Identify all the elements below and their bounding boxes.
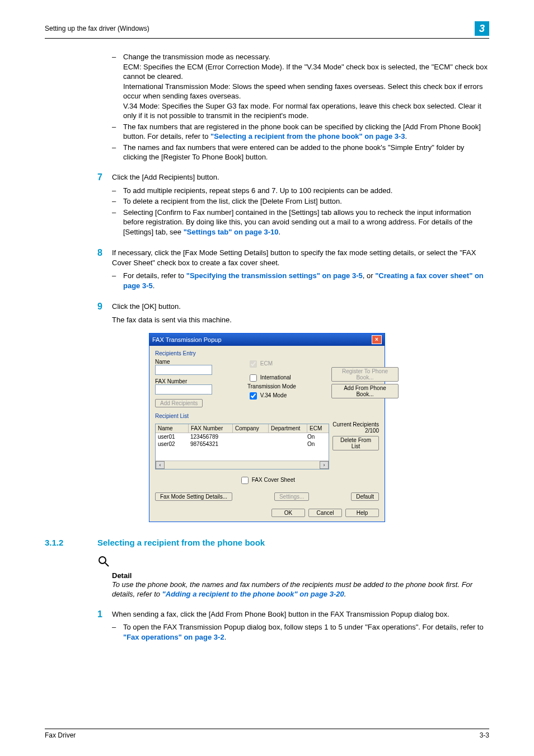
text: Selecting [Confirm to Fax number] contai… xyxy=(123,208,472,236)
add-recipients-button[interactable]: Add Recipients xyxy=(155,399,203,407)
step-number: 7 xyxy=(97,172,112,182)
add-from-phone-book-button[interactable]: Add From Phone Book... xyxy=(331,384,399,398)
help-button[interactable]: Help xyxy=(345,509,379,517)
footer-left: Fax Driver xyxy=(45,731,76,739)
detail-label: Detail xyxy=(112,571,489,580)
dialog-titlebar: FAX Transmission Popup × xyxy=(149,334,385,346)
section-title: Selecting a recipient from the phone boo… xyxy=(97,538,265,547)
text: For details, refer to xyxy=(123,271,186,280)
list-item: Change the transmission mode as necessar… xyxy=(112,52,489,121)
step-9: 9 Click the [OK] button. The fax data is… xyxy=(45,302,489,325)
list-item: To delete a recipient from the list, cli… xyxy=(112,196,489,206)
footer-right: 3-3 xyxy=(480,731,489,739)
ecm-checkbox[interactable]: ECM xyxy=(247,359,320,369)
section-heading: 3.1.2 Selecting a recipient from the pho… xyxy=(45,538,489,547)
recipient-list[interactable]: Name FAX Number Company Department ECM u… xyxy=(155,424,329,469)
table-row[interactable]: user02 987654321 On xyxy=(156,440,329,448)
step-number: 9 xyxy=(97,302,112,312)
fax-number-label: FAX Number xyxy=(155,378,200,384)
v34-mode-checkbox[interactable]: V.34 Mode xyxy=(247,391,320,401)
text: To add multiple recipients, repeat steps… xyxy=(123,186,392,195)
table-row[interactable]: user01 123456789 On xyxy=(156,433,329,440)
list-item: To add multiple recipients, repeat steps… xyxy=(112,186,489,196)
settings-button[interactable]: Settings... xyxy=(274,492,309,501)
group-recipients-entry: Recipients Entry xyxy=(155,350,379,356)
current-recipients-label: Current Recipients 2/100 xyxy=(332,421,379,434)
name-label: Name xyxy=(155,359,200,365)
step-number: 1 xyxy=(97,609,112,619)
scrollbar[interactable]: ‹ › xyxy=(156,461,329,469)
step-8: 8 If necessary, click the [Fax Mode Sett… xyxy=(45,248,489,292)
header-divider xyxy=(45,38,489,39)
text: International Transmission Mode: Slows t… xyxy=(123,82,483,101)
scroll-left-icon[interactable]: ‹ xyxy=(156,461,165,469)
fax-transmission-dialog: FAX Transmission Popup × Recipients Entr… xyxy=(149,333,385,522)
group-recipient-list: Recipient List xyxy=(155,413,379,419)
link-phone-book[interactable]: "Selecting a recipient from the phone bo… xyxy=(210,132,405,140)
text: To delete a recipient from the list, cli… xyxy=(123,197,342,205)
default-button[interactable]: Default xyxy=(351,492,379,501)
cancel-button[interactable]: Cancel xyxy=(308,509,342,517)
section-number: 3.1.2 xyxy=(45,538,97,547)
list-header: Name FAX Number Company Department ECM xyxy=(156,424,329,433)
text: Change the transmission mode as necessar… xyxy=(123,53,270,61)
link-settings-tab[interactable]: "Settings tab" on page 3-10 xyxy=(184,228,279,236)
page-footer: Fax Driver 3-3 xyxy=(45,729,489,739)
text: To open the FAX Transmission Popup dialo… xyxy=(123,623,484,631)
fax-cover-sheet-checkbox[interactable]: FAX Cover Sheet xyxy=(239,477,295,483)
link-transmission-settings[interactable]: "Specifying the transmission settings" o… xyxy=(186,271,363,280)
intl-mode-checkbox[interactable]: International Transmission Mode xyxy=(247,373,320,389)
text: ECM: Specifies the ECM (Error Correction… xyxy=(123,63,488,81)
magnifier-icon xyxy=(97,555,489,569)
name-input[interactable] xyxy=(155,365,212,375)
text: . xyxy=(224,633,227,641)
detail-text: To use the phone book, the names and fax… xyxy=(112,580,489,599)
list-item: Selecting [Confirm to Fax number] contai… xyxy=(112,208,489,237)
step-after-text: The fax data is sent via this machine. xyxy=(112,315,489,325)
step-text: If necessary, click the [Fax Mode Settin… xyxy=(112,248,476,267)
intro-list: Change the transmission mode as necessar… xyxy=(112,52,489,162)
list-item: The fax numbers that are registered in t… xyxy=(112,122,489,142)
link-adding-recipient[interactable]: "Adding a recipient to the phone book" o… xyxy=(162,590,344,598)
svg-point-0 xyxy=(99,557,106,564)
step-text: When sending a fax, click the [Add From … xyxy=(112,610,449,618)
list-item: To open the FAX Transmission Popup dialo… xyxy=(112,622,489,642)
ok-button[interactable]: OK xyxy=(271,509,305,517)
step-1: 1 When sending a fax, click the [Add Fro… xyxy=(45,609,489,644)
text: V.34 Mode: Specifies the Super G3 fax mo… xyxy=(123,102,481,120)
list-item: For details, refer to "Specifying the tr… xyxy=(112,271,489,290)
step-text: Click the [OK] button. xyxy=(112,302,181,311)
text: . xyxy=(153,281,155,290)
register-phone-book-button[interactable]: Register To Phone Book... xyxy=(331,367,399,382)
link-fax-operations[interactable]: "Fax operations" on page 3-2 xyxy=(123,633,224,641)
scroll-right-icon[interactable]: › xyxy=(320,461,329,469)
step-7: 7 Click the [Add Recipients] button. To … xyxy=(45,172,489,238)
fax-number-input[interactable] xyxy=(155,384,212,395)
text: . xyxy=(405,132,407,140)
svg-line-1 xyxy=(105,563,109,566)
close-icon[interactable]: × xyxy=(372,335,382,344)
text: . xyxy=(279,228,281,236)
step-text: Click the [Add Recipients] button. xyxy=(112,173,219,181)
fax-mode-details-button[interactable]: Fax Mode Setting Details... xyxy=(155,492,232,501)
delete-from-list-button[interactable]: Delete From List xyxy=(332,436,379,450)
list-item: The names and fax numbers that were ente… xyxy=(112,143,489,162)
dialog-title-text: FAX Transmission Popup xyxy=(152,336,222,343)
text: The names and fax numbers that were ente… xyxy=(123,143,464,162)
breadcrumb: Setting up the fax driver (Windows) xyxy=(45,25,149,32)
step-number: 8 xyxy=(97,248,112,258)
chapter-badge: 3 xyxy=(475,21,489,36)
text: , or xyxy=(363,271,375,280)
